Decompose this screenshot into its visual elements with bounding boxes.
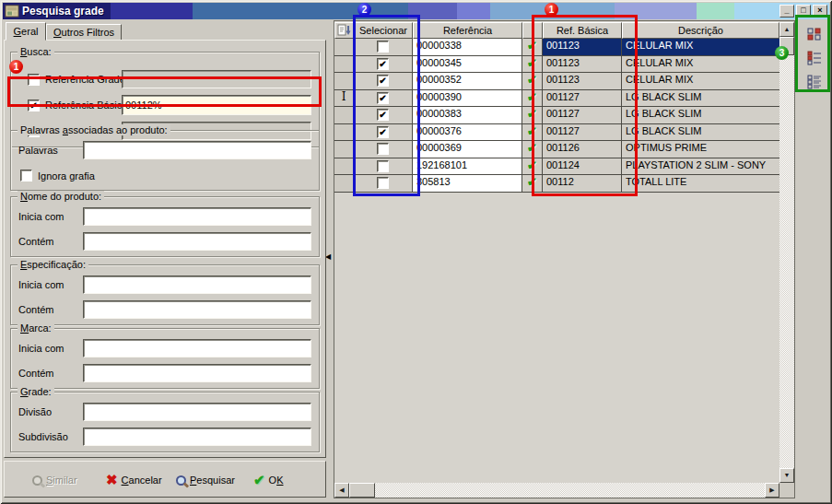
ignora-grafia-checkbox[interactable] [20, 170, 32, 182]
horizontal-scroll-thumb[interactable] [349, 483, 375, 498]
list-marked-view-button[interactable] [803, 48, 826, 68]
nome-produto-group: Nome do produto: Inicia com Contém [10, 196, 320, 257]
referencia-grade-input[interactable] [122, 70, 311, 88]
row-checkbox[interactable] [377, 160, 389, 172]
row-checkbox[interactable] [377, 177, 389, 189]
maximize-button[interactable]: □ [796, 5, 811, 18]
tab-geral[interactable]: Geral [6, 22, 46, 41]
row-checkbox[interactable] [377, 143, 389, 155]
nome-produto-legend: Nome do produto: [18, 191, 104, 202]
cancelar-button[interactable]: ✖ Cancelar [106, 471, 162, 489]
marca-contem-input[interactable] [83, 364, 311, 382]
referencia-cell[interactable]: 00000338 [413, 39, 522, 56]
select-cell[interactable]: ✔ [354, 90, 413, 108]
select-cell[interactable] [354, 39, 413, 56]
divisao-input[interactable] [83, 403, 311, 421]
header-selecionar[interactable]: Selecionar [354, 22, 413, 39]
descricao-cell[interactable]: PLAYSTATION 2 SLIM - SONY [622, 158, 779, 176]
row-checkbox[interactable]: ✔ [377, 126, 389, 138]
descricao-cell[interactable]: OPTIMUS PRIME [622, 141, 779, 158]
pesquisar-button[interactable]: Pesquisar [176, 471, 235, 489]
header-status[interactable] [522, 22, 543, 39]
header-ref-basica[interactable]: Ref. Básica [543, 22, 622, 39]
select-cell[interactable]: ✔ [354, 124, 413, 142]
ref-basica-cell[interactable]: 001126 [543, 141, 622, 158]
table-row[interactable]: ✔ 00000376 ✔ 001127 LG BLACK SLIM [334, 124, 779, 142]
palavras-input[interactable] [83, 141, 311, 159]
descricao-cell[interactable]: LG BLACK SLIM [622, 124, 779, 142]
row-checkbox[interactable]: ✔ [377, 109, 389, 121]
ref-basica-cell[interactable]: 001124 [543, 158, 622, 176]
marca-inicia-input[interactable] [83, 339, 311, 357]
ref-basica-cell[interactable]: 001123 [543, 73, 622, 90]
descricao-cell[interactable]: LG BLACK SLIM [622, 90, 779, 108]
nome-contem-input[interactable] [83, 232, 311, 251]
select-cell[interactable]: ✔ [354, 56, 413, 74]
select-cell[interactable] [354, 175, 413, 193]
table-row[interactable]: 305813 ✔ 00112 TOTALL LITE [334, 175, 779, 193]
ref-basica-cell[interactable]: 00112 [543, 175, 622, 193]
select-cell[interactable] [354, 158, 413, 176]
descricao-cell[interactable]: CELULAR MIX [622, 73, 779, 90]
grid-cards-view-button[interactable] [803, 24, 826, 44]
table-row[interactable]: ✔ 00000383 ✔ 001127 LG BLACK SLIM [334, 107, 779, 124]
select-cell[interactable] [354, 141, 413, 158]
referencia-cell[interactable]: 00000383 [413, 107, 522, 124]
table-row[interactable]: 192168101 ✔ 001124 PLAYSTATION 2 SLIM - … [334, 158, 779, 176]
title-bar[interactable]: Pesquisa grade _ □ × [3, 3, 829, 19]
grid-vertical-scrollbar[interactable]: ▲ ▼ [779, 22, 794, 483]
similar-button[interactable]: Similar [32, 471, 77, 489]
ref-basica-cell[interactable]: 001127 [543, 90, 622, 108]
scroll-down-icon[interactable]: ▼ [779, 468, 794, 483]
nome-inicia-input[interactable] [83, 207, 311, 226]
referencia-cell[interactable]: 305813 [413, 175, 522, 193]
ref-basica-cell[interactable]: 001123 [543, 56, 622, 74]
close-button[interactable]: × [813, 5, 827, 18]
status-cell: ✔ [522, 141, 543, 158]
table-row[interactable]: 00000338 ✔ 001123 CELULAR MIX [334, 39, 779, 56]
header-descricao[interactable]: Descrição [622, 22, 779, 39]
referencia-cell[interactable]: 00000376 [413, 124, 522, 142]
tab-outros-filtros[interactable]: Outros Filtros [46, 24, 122, 41]
ref-basica-cell[interactable]: 001123 [543, 39, 622, 56]
panel-splitter[interactable]: ◀ [326, 20, 334, 498]
referencia-cell[interactable]: 00000345 [413, 56, 522, 74]
espec-contem-input[interactable] [83, 300, 311, 319]
scroll-up-icon[interactable]: ▲ [779, 22, 794, 37]
table-row[interactable]: ✔ 00000345 ✔ 001123 CELULAR MIX [334, 56, 779, 74]
ref-basica-cell[interactable]: 001127 [543, 107, 622, 124]
referencia-cell[interactable]: 00000390 [413, 90, 522, 108]
select-cell[interactable]: ✔ [354, 107, 413, 124]
select-cell[interactable]: ✔ [354, 73, 413, 90]
referencia-cell[interactable]: 192168101 [413, 158, 522, 176]
row-checkbox[interactable]: ✔ [377, 75, 389, 87]
table-row[interactable]: ✔ 00000352 ✔ 001123 CELULAR MIX [334, 73, 779, 90]
header-referencia[interactable]: Referência [413, 22, 522, 39]
row-checkbox[interactable]: ✔ [377, 92, 389, 104]
scroll-right-icon[interactable]: ▶ [765, 483, 779, 498]
scroll-left-icon[interactable]: ◀ [334, 483, 349, 498]
descricao-cell[interactable]: LG BLACK SLIM [622, 107, 779, 124]
referencia-cell[interactable]: 00000352 [413, 73, 522, 90]
table-row[interactable]: 00000369 ✔ 001126 OPTIMUS PRIME [334, 141, 779, 158]
grid-horizontal-scrollbar[interactable]: ◀ ▶ [334, 483, 779, 498]
descricao-cell[interactable]: CELULAR MIX [622, 39, 779, 56]
ref-basica-cell[interactable]: 001127 [543, 124, 622, 142]
referencia-grade-checkbox[interactable] [28, 74, 40, 86]
row-checkbox[interactable]: ✔ [377, 58, 389, 70]
minimize-button[interactable]: _ [779, 5, 794, 18]
green-check-icon: ✔ [527, 56, 537, 70]
vertical-scroll-thumb[interactable] [779, 37, 794, 55]
subdivisao-input[interactable] [83, 428, 311, 446]
row-checkbox[interactable] [377, 41, 389, 53]
referencia-basica-checkbox[interactable]: ✔ [28, 100, 40, 111]
descricao-cell[interactable]: TOTALL LITE [622, 175, 779, 193]
referencia-cell[interactable]: 00000369 [413, 141, 522, 158]
ok-button[interactable]: ✔ OK [253, 471, 283, 489]
espec-inicia-input[interactable] [83, 275, 311, 294]
descricao-cell[interactable]: CELULAR MIX [622, 56, 779, 74]
grid-corner-header[interactable] [334, 22, 354, 39]
list-view-button[interactable] [803, 72, 826, 92]
referencia-basica-input[interactable] [122, 95, 311, 115]
table-row[interactable]: I ✔ 00000390 ✔ 001127 LG BLACK SLIM [334, 90, 779, 108]
